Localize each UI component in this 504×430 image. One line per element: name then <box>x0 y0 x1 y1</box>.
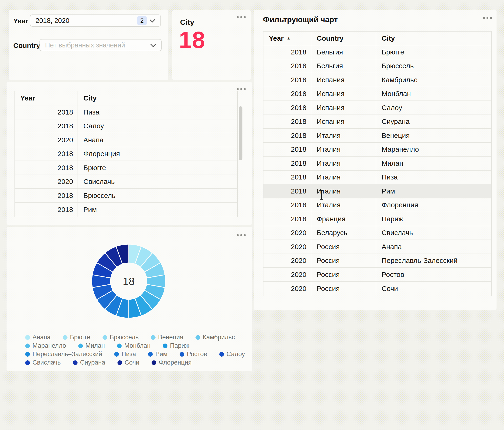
table-row[interactable]: 2018ИталияПиза <box>263 171 491 185</box>
table-row[interactable]: 2018Пиза <box>15 105 237 119</box>
table-row[interactable]: 2020РоссияПереславль-Залесский <box>263 254 491 268</box>
table-row[interactable]: 2018ИспанияКамбрильс <box>263 73 491 87</box>
legend-item[interactable]: Брюгге <box>63 334 90 341</box>
table-row[interactable]: 2020БеларусьСвислачь <box>263 226 491 240</box>
filtering-table-header-city[interactable]: City <box>376 32 492 45</box>
legend-label: Брюссель <box>110 334 139 341</box>
cell-city: Анапа <box>78 133 238 147</box>
table-row[interactable]: 2018ИталияМилан <box>263 156 491 171</box>
legend-item[interactable]: Флоренция <box>152 359 192 366</box>
table-row[interactable]: 2018Брюссель <box>15 189 237 203</box>
legend-label: Сочи <box>125 359 139 366</box>
cell-city: Пиза <box>78 105 238 119</box>
filtering-chart-card: Фильтрующий чарт Year ▲ Country City 201… <box>254 9 496 310</box>
legend-label: Камбрильс <box>203 334 235 341</box>
cell-year: 2020 <box>263 254 311 268</box>
legend-item[interactable]: Переславль–Залесский <box>25 350 102 358</box>
legend-item[interactable]: Пиза <box>114 350 136 358</box>
legend-label: Маранелло <box>32 342 66 349</box>
legend-dot-icon <box>180 352 184 357</box>
cell-city: Ростов <box>376 268 492 281</box>
table-row[interactable]: 2018ИталияМаранелло <box>263 143 491 157</box>
cell-country: Италия <box>311 198 376 212</box>
cell-year: 2018 <box>263 143 311 156</box>
legend-label: Сиурана <box>80 359 105 366</box>
cell-year: 2018 <box>15 203 78 217</box>
card-menu-icon[interactable] <box>483 17 492 19</box>
cell-city: Рим <box>376 184 492 198</box>
cell-year: 2018 <box>15 161 78 174</box>
table-row[interactable]: 2018Салоу <box>15 119 237 133</box>
table-row[interactable]: 2020РоссияАнапа <box>263 240 491 254</box>
cell-year: 2018 <box>263 212 311 226</box>
indicator-title: City <box>180 18 194 27</box>
legend-item[interactable]: Свислачь <box>25 359 61 366</box>
legend-label: Ростов <box>187 350 207 358</box>
table-row[interactable]: 2018ИспанияСалоу <box>263 101 491 115</box>
legend-row: СвислачьСиуранаСочиФлоренция <box>25 359 243 366</box>
table-row[interactable]: 2020Свислачь <box>15 175 237 189</box>
cell-country: Беларусь <box>311 226 376 240</box>
cell-country: Бельгия <box>311 45 376 59</box>
legend-item[interactable]: Салоу <box>219 350 245 358</box>
cell-country: Россия <box>311 282 376 296</box>
filtering-chart-title: Фильтрующий чарт <box>263 15 338 24</box>
table-row[interactable]: 2018Рим <box>15 203 237 217</box>
legend-item[interactable]: Маранелло <box>25 342 66 349</box>
year-filter-select[interactable]: 2018, 2020 2 <box>30 15 161 27</box>
card-menu-icon[interactable] <box>237 234 246 236</box>
card-menu-icon[interactable] <box>237 88 246 90</box>
table-row[interactable]: 2018ИталияФлоренция <box>263 198 491 212</box>
country-filter-select[interactable]: Нет выбранных значений <box>39 39 162 51</box>
table-row[interactable]: 2020РоссияРостов <box>263 268 491 282</box>
table-row[interactable]: 2018Брюгге <box>15 161 237 175</box>
year-filter-count-badge: 2 <box>137 16 147 25</box>
left-table-header-city[interactable]: City <box>78 91 238 105</box>
year-filter-value: 2018, 2020 <box>30 17 137 25</box>
table-row[interactable]: 2018ИспанияСиурана <box>263 115 491 129</box>
cell-city: Рим <box>78 203 238 217</box>
legend-item[interactable]: Милан <box>78 342 105 349</box>
card-menu-icon[interactable] <box>237 16 246 18</box>
legend-item[interactable]: Рим <box>148 350 167 358</box>
cell-country: Франция <box>311 212 376 226</box>
legend-label: Париж <box>170 342 189 349</box>
filtering-table-header-country[interactable]: Country <box>311 32 376 45</box>
cell-city: Маранелло <box>376 143 492 156</box>
cell-year: 2020 <box>263 282 311 296</box>
table-row[interactable]: 2018ИспанияМонблан <box>263 87 491 101</box>
cell-year: 2018 <box>263 171 311 184</box>
table-row[interactable]: 2018ИталияРим <box>263 184 491 198</box>
legend-dot-icon <box>25 344 30 348</box>
indicator-card: City 18 <box>172 9 251 80</box>
legend-item[interactable]: Анапа <box>25 334 51 341</box>
legend-item[interactable]: Париж <box>163 342 189 349</box>
country-filter-placeholder: Нет выбранных значений <box>40 41 151 49</box>
left-table-header-year[interactable]: Year <box>15 91 78 105</box>
table-row[interactable]: 2018БельгияБрюссель <box>263 59 491 73</box>
legend-item[interactable]: Венеция <box>151 334 183 341</box>
legend-row: Переславль–ЗалесскийПизаРимРостовСалоу <box>25 350 243 358</box>
table-row[interactable]: 2018БельгияБрюгге <box>263 45 491 59</box>
table-row[interactable]: 2018ФранцияПариж <box>263 212 491 226</box>
legend-item[interactable]: Ростов <box>180 350 207 358</box>
table-row[interactable]: 2020Анапа <box>15 133 237 147</box>
cell-year: 2018 <box>15 147 78 161</box>
cell-city: Милан <box>376 156 492 170</box>
legend-item[interactable]: Камбрильс <box>196 334 235 341</box>
left-table-card: Year City 2018Пиза2018Салоу2020Анапа2018… <box>7 82 252 225</box>
filtering-table-header-year[interactable]: Year ▲ <box>263 32 311 45</box>
legend-label: Флоренция <box>159 359 192 366</box>
legend-dot-icon <box>151 335 155 340</box>
table-row[interactable]: 2018Флоренция <box>15 147 237 161</box>
table-row[interactable]: 2018ИталияВенеция <box>263 129 491 143</box>
legend-item[interactable]: Монблан <box>117 342 151 349</box>
indicator-value: 18 <box>179 27 205 53</box>
table-row[interactable]: 2020РоссияСочи <box>263 282 491 296</box>
legend-item[interactable]: Сочи <box>117 359 139 366</box>
cell-country: Италия <box>311 184 376 198</box>
cell-year: 2018 <box>263 156 311 170</box>
left-table-scrollbar[interactable] <box>239 106 243 160</box>
legend-item[interactable]: Брюссель <box>103 334 139 341</box>
legend-item[interactable]: Сиурана <box>73 359 105 366</box>
